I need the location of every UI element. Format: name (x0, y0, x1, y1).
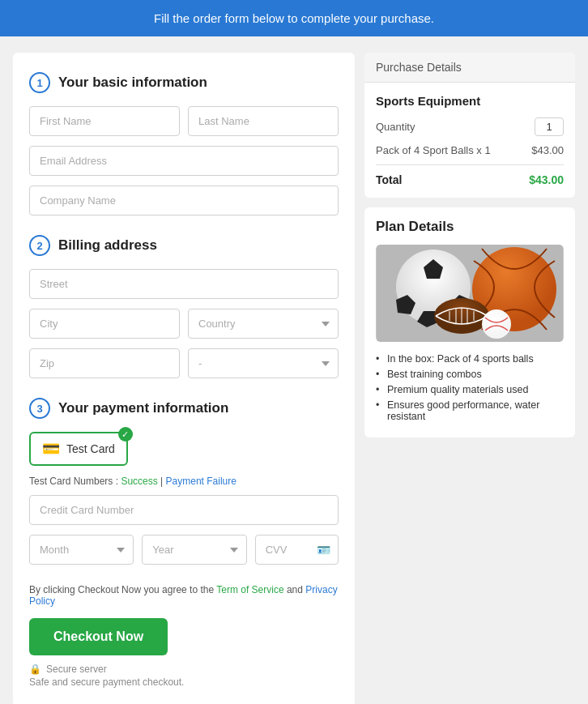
svg-point-13 (482, 309, 511, 339)
section2-title: Billing address (58, 237, 157, 254)
plan-details-title: Plan Details (376, 219, 564, 235)
year-select[interactable]: Year 202420252026 20272028 (142, 535, 246, 565)
email-row (29, 146, 339, 176)
tos-text: By clicking Checkout Now you agree to th… (29, 584, 339, 607)
item-price: $43.00 (531, 144, 564, 156)
total-label: Total (376, 173, 402, 186)
plan-bullet-0: In the box: Pack of 4 sports balls (376, 353, 564, 365)
name-row (29, 106, 339, 136)
city-country-row: Country (29, 309, 339, 339)
section1-header: 1 Your basic information (29, 72, 339, 93)
section-basic-info: 1 Your basic information (29, 72, 339, 215)
product-name: Sports Equipment (376, 94, 564, 108)
street-row (29, 269, 339, 299)
quantity-box[interactable]: 1 (535, 117, 564, 136)
section-payment: 3 Your payment information 💳 Test Card ✓… (29, 398, 339, 565)
item-row: Pack of 4 Sport Balls x 1 $43.00 (376, 144, 564, 156)
safe-note: Safe and secure payment checkout. (29, 676, 339, 688)
last-name-input[interactable] (188, 106, 339, 136)
purchase-details-header: Purchase Details (364, 53, 575, 83)
lock-icon: 🔒 (29, 663, 41, 675)
banner-text: Fill the order form below to complete yo… (154, 11, 434, 25)
zip-input[interactable] (29, 348, 180, 378)
quantity-row: Quantity 1 (376, 117, 564, 136)
secure-row: 🔒 Secure server (29, 663, 339, 675)
company-input[interactable] (29, 186, 339, 215)
total-value: $43.00 (529, 173, 564, 186)
zip-state-row: - (29, 348, 339, 378)
item-label: Pack of 4 Sport Balls x 1 (376, 144, 491, 156)
top-banner: Fill the order form below to complete yo… (0, 0, 588, 36)
card-option-label: Test Card (66, 442, 115, 455)
quantity-label: Quantity (376, 121, 415, 133)
country-select[interactable]: Country (188, 309, 339, 339)
company-row (29, 186, 339, 215)
section2-number: 2 (29, 235, 50, 256)
form-panel: 1 Your basic information 2 Billi (13, 53, 355, 704)
purchase-details-body: Sports Equipment Quantity 1 Pack of 4 Sp… (364, 83, 575, 198)
month-select[interactable]: Month 010203 040506 070809 101112 (29, 535, 134, 565)
card-option[interactable]: 💳 Test Card ✓ (29, 432, 128, 466)
total-row: Total $43.00 (376, 164, 564, 186)
test-card-note: Test Card Numbers : Success | Payment Fa… (29, 476, 339, 487)
plan-image (376, 245, 564, 342)
cvv-wrap: 🪪 (255, 535, 339, 565)
plan-details-card: Plan Details (364, 207, 575, 437)
checkout-button[interactable]: Checkout Now (29, 618, 168, 655)
cvv-card-icon: 🪪 (317, 544, 330, 557)
section2-header: 2 Billing address (29, 235, 339, 256)
city-input[interactable] (29, 309, 180, 339)
secure-label: Secure server (46, 663, 107, 675)
section3-title: Your payment information (58, 400, 228, 416)
plan-bullet-2: Premium quality materials used (376, 384, 564, 395)
plan-bullet-1: Best training combos (376, 369, 564, 380)
expiry-cvv-row: Month 010203 040506 070809 101112 Year 2… (29, 535, 339, 565)
email-input[interactable] (29, 146, 339, 176)
purchase-details-card: Purchase Details Sports Equipment Quanti… (364, 53, 575, 198)
credit-card-input[interactable] (29, 495, 339, 525)
plan-bullet-3: Ensures good performance, water resistan… (376, 399, 564, 422)
tos-link[interactable]: Term of Service (216, 584, 283, 595)
credit-card-row (29, 495, 339, 525)
street-input[interactable] (29, 269, 339, 299)
right-panel: Purchase Details Sports Equipment Quanti… (364, 53, 575, 704)
credit-card-icon: 💳 (42, 440, 60, 458)
sport-balls-svg (376, 245, 564, 342)
state-select[interactable]: - (188, 348, 339, 378)
first-name-input[interactable] (29, 106, 180, 136)
success-link[interactable]: Success (121, 476, 157, 487)
section1-number: 1 (29, 72, 50, 93)
plan-bullets: In the box: Pack of 4 sports ballsBest t… (376, 353, 564, 422)
card-check-icon: ✓ (118, 427, 133, 442)
section-billing: 2 Billing address Country - (29, 235, 339, 378)
section1-title: Your basic information (58, 75, 207, 91)
section3-header: 3 Your payment information (29, 398, 339, 419)
payment-failure-link[interactable]: Payment Failure (166, 476, 236, 487)
section3-number: 3 (29, 398, 50, 419)
